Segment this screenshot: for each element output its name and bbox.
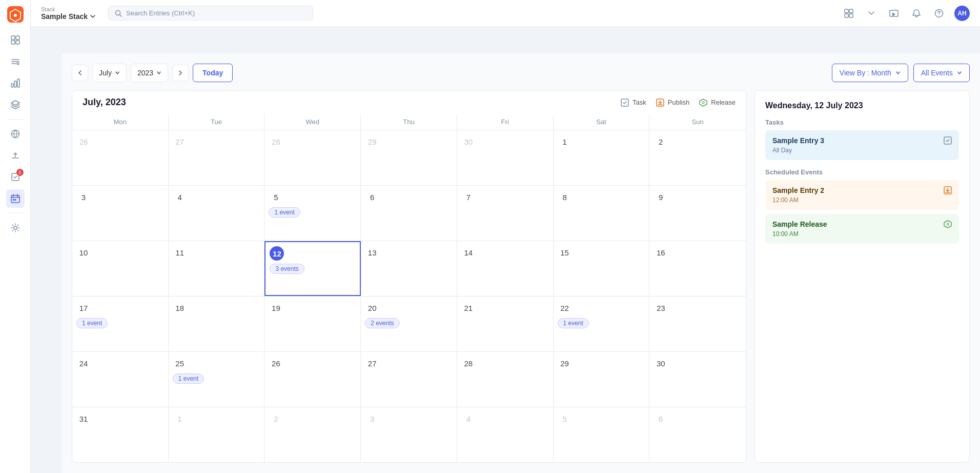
cal-day-jul25[interactable]: 25 1 event [169, 352, 265, 407]
cal-day-jul11[interactable]: 11 [169, 241, 265, 296]
cal-day-jul10[interactable]: 10 [72, 241, 169, 296]
cal-day-jul16[interactable]: 16 [649, 241, 746, 296]
stack-info: Stack Sample Stack [41, 6, 96, 21]
calendar-toolbar: July 2023 Today View By : Month [72, 64, 970, 82]
task-card-1-sub: All Day [772, 147, 824, 154]
help-icon[interactable] [932, 6, 946, 21]
sidebar-item-settings[interactable] [6, 219, 25, 237]
cal-day-jun27[interactable]: 27 [169, 130, 265, 185]
next-month-button[interactable] [172, 65, 189, 81]
calendar-legend: Task Publish [620, 98, 736, 107]
cal-day-aug6[interactable]: 6 [649, 407, 746, 462]
cal-day-aug4[interactable]: 4 [457, 407, 554, 462]
cal-day-jun26[interactable]: 26 [72, 130, 169, 185]
task-card-1[interactable]: Sample Entry 3 All Day [765, 130, 959, 160]
search-bar[interactable]: Search Entries (Ctrl+K) [108, 6, 313, 21]
cal-day-jul28[interactable]: 28 [457, 352, 554, 407]
event-card-2-icon [944, 220, 952, 228]
sidebar-item-dashboard[interactable] [6, 31, 25, 49]
svg-rect-17 [13, 199, 14, 201]
dow-sun: Sun [649, 114, 746, 130]
svg-rect-18 [14, 199, 16, 201]
toolbar-right: View By : Month All Events [832, 64, 970, 82]
learn-icon[interactable] [887, 6, 901, 21]
stack-title-button[interactable]: Sample Stack [41, 12, 96, 21]
calendar-grid: July, 2023 Task [72, 90, 746, 463]
cal-day-jul30[interactable]: 30 [649, 352, 746, 407]
cal-day-jul23[interactable]: 23 [649, 297, 746, 351]
notifications-icon[interactable] [909, 6, 924, 21]
cal-day-jul26[interactable]: 26 [264, 352, 361, 407]
cal-day-jul5[interactable]: 5 1 event [264, 186, 361, 241]
event-card-1[interactable]: Sample Entry 2 12:00 AM [765, 180, 959, 210]
month-selector[interactable]: July [92, 64, 127, 82]
cal-day-jul1[interactable]: 1 [554, 130, 650, 185]
event-pill-jul25[interactable]: 1 event [173, 373, 204, 384]
cal-day-jul14[interactable]: 14 [457, 241, 554, 296]
sidebar-item-calendar[interactable] [6, 189, 25, 208]
cal-day-jul21[interactable]: 21 [457, 297, 554, 351]
event-pill-jul22[interactable]: 1 event [558, 318, 589, 328]
event-card-2[interactable]: Sample Release 10:00 AM [765, 214, 959, 244]
view-by-dropdown[interactable]: View By : Month [832, 64, 908, 82]
prev-month-button[interactable] [72, 65, 88, 81]
cal-day-aug2[interactable]: 2 [264, 407, 361, 462]
svg-rect-24 [849, 14, 853, 17]
cal-day-jul13[interactable]: 13 [361, 241, 457, 296]
cal-day-aug5[interactable]: 5 [554, 407, 650, 462]
cal-day-jul4[interactable]: 4 [169, 186, 265, 241]
event-pill-jul12[interactable]: 3 events [270, 264, 304, 274]
year-selector[interactable]: 2023 [131, 64, 168, 82]
dow-mon: Mon [72, 114, 169, 130]
cal-week-2: 3 4 5 1 event 6 7 8 9 [72, 186, 746, 241]
cal-day-jun28[interactable]: 28 [264, 130, 361, 185]
tasks-section-title: Tasks [765, 119, 959, 126]
event-pill-jul17[interactable]: 1 event [76, 318, 108, 328]
svg-rect-4 [16, 36, 19, 40]
cal-day-jul29[interactable]: 29 [554, 352, 650, 407]
dropdown-toggle-button[interactable] [864, 6, 879, 21]
cal-day-jun30[interactable]: 30 [457, 130, 554, 185]
cal-day-jul12[interactable]: 12 3 events [264, 241, 361, 296]
cal-day-jul22[interactable]: 22 1 event [554, 297, 650, 351]
legend-task: Task [620, 98, 646, 107]
cal-day-jul20[interactable]: 20 2 events [361, 297, 457, 351]
svg-point-19 [14, 226, 17, 229]
sidebar-item-tasks[interactable]: 2 [6, 168, 25, 186]
cal-day-aug1[interactable]: 1 [169, 407, 265, 462]
cal-day-jul2[interactable]: 2 [649, 130, 746, 185]
cal-day-jul15[interactable]: 15 [554, 241, 650, 296]
dow-sat: Sat [554, 114, 650, 130]
cal-day-jul27[interactable]: 27 [361, 352, 457, 407]
today-button[interactable]: Today [193, 64, 233, 82]
view-toggle-button[interactable] [842, 6, 856, 21]
cal-week-5: 24 25 1 event 26 27 28 29 30 [72, 352, 746, 407]
cal-day-jul9[interactable]: 9 [649, 186, 746, 241]
cal-day-jul3[interactable]: 3 [72, 186, 169, 241]
event-pill-jul20[interactable]: 2 events [365, 318, 399, 328]
side-panel: Wednesday, 12 July 2023 Tasks Sample Ent… [754, 90, 970, 463]
cal-day-jun29[interactable]: 29 [361, 130, 457, 185]
cal-day-jul7[interactable]: 7 [457, 186, 554, 241]
dow-wed: Wed [264, 114, 361, 130]
svg-rect-23 [845, 14, 848, 17]
cal-day-aug3[interactable]: 3 [361, 407, 457, 462]
sidebar-item-list[interactable] [6, 52, 25, 71]
sidebar-item-layers[interactable] [6, 95, 25, 114]
cal-day-jul24[interactable]: 24 [72, 352, 169, 407]
event-pill-jul5[interactable]: 1 event [269, 207, 300, 218]
sidebar-item-chart[interactable] [6, 74, 25, 92]
all-events-dropdown[interactable]: All Events [913, 64, 970, 82]
svg-rect-6 [16, 41, 19, 44]
app-logo[interactable] [7, 6, 24, 23]
cal-day-jul18[interactable]: 18 [169, 297, 265, 351]
cal-day-jul8[interactable]: 8 [554, 186, 650, 241]
sidebar-item-network[interactable] [6, 125, 25, 143]
cal-day-jul17[interactable]: 17 1 event [72, 297, 169, 351]
sidebar-item-upload[interactable] [6, 146, 25, 165]
user-avatar[interactable]: AH [954, 6, 970, 21]
cal-day-jul31[interactable]: 31 [72, 407, 169, 462]
cal-day-jul19[interactable]: 19 [264, 297, 361, 351]
cal-day-jul6[interactable]: 6 [361, 186, 457, 241]
event-card-2-time: 10:00 AM [772, 230, 827, 238]
